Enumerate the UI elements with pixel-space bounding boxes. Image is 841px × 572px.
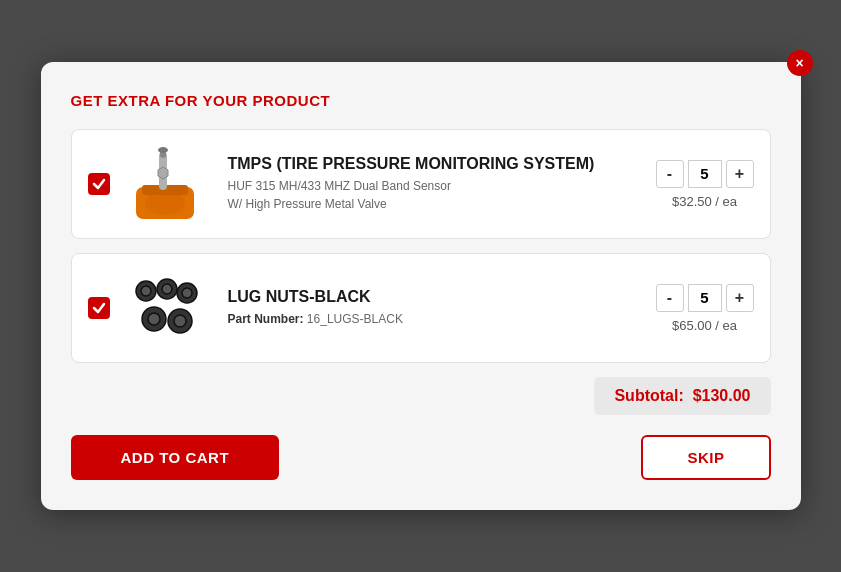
modal-title: GET EXTRA FOR YOUR PRODUCT — [71, 92, 771, 109]
price-tmps: $32.50 / ea — [672, 194, 737, 209]
add-to-cart-button[interactable]: ADD TO CART — [71, 435, 280, 480]
qty-control-tmps: - 5 + — [656, 160, 754, 188]
svg-point-4 — [158, 147, 168, 153]
product-desc-lugnuts: Part Number: 16_LUGS-BLACK — [228, 310, 636, 328]
product-checkbox-tmps[interactable] — [88, 173, 110, 195]
product-desc-tmps: HUF 315 MH/433 MHZ Dual Band Sensor W/ H… — [228, 177, 636, 213]
product-info-lugnuts: LUG NUTS-BLACK Part Number: 16_LUGS-BLAC… — [228, 288, 636, 328]
qty-increase-lugnuts[interactable]: + — [726, 284, 754, 312]
qty-value-lugnuts: 5 — [688, 284, 722, 312]
qty-decrease-tmps[interactable]: - — [656, 160, 684, 188]
subtotal-box: Subtotal: $130.00 — [594, 377, 770, 415]
product-info-tmps: TMPS (TIRE PRESSURE MONITORING SYSTEM) H… — [228, 155, 636, 213]
svg-point-10 — [162, 284, 172, 294]
product-image-lugnuts — [122, 268, 212, 348]
qty-increase-tmps[interactable]: + — [726, 160, 754, 188]
subtotal-label: Subtotal: — [614, 387, 683, 404]
product-checkbox-lugnuts[interactable] — [88, 297, 110, 319]
qty-control-lugnuts: - 5 + — [656, 284, 754, 312]
subtotal-value: $130.00 — [693, 387, 751, 404]
qty-price-lugnuts: - 5 + $65.00 / ea — [656, 284, 754, 333]
qty-decrease-lugnuts[interactable]: - — [656, 284, 684, 312]
product-name-lugnuts: LUG NUTS-BLACK — [228, 288, 636, 306]
close-button[interactable]: × — [787, 50, 813, 76]
product-image-tmps — [122, 144, 212, 224]
svg-point-14 — [148, 313, 160, 325]
qty-price-tmps: - 5 + $32.50 / ea — [656, 160, 754, 209]
product-row-tmps: TMPS (TIRE PRESSURE MONITORING SYSTEM) H… — [71, 129, 771, 239]
price-lugnuts: $65.00 / ea — [672, 318, 737, 333]
svg-point-16 — [174, 315, 186, 327]
svg-point-12 — [182, 288, 192, 298]
svg-point-6 — [145, 191, 185, 215]
product-name-tmps: TMPS (TIRE PRESSURE MONITORING SYSTEM) — [228, 155, 636, 173]
svg-point-8 — [141, 286, 151, 296]
modal: × GET EXTRA FOR YOUR PRODUCT — [41, 62, 801, 510]
skip-button[interactable]: SKIP — [641, 435, 770, 480]
subtotal-row: Subtotal: $130.00 — [71, 377, 771, 415]
action-row: ADD TO CART SKIP — [71, 435, 771, 480]
svg-marker-5 — [158, 167, 168, 179]
qty-value-tmps: 5 — [688, 160, 722, 188]
product-row-lugnuts: LUG NUTS-BLACK Part Number: 16_LUGS-BLAC… — [71, 253, 771, 363]
